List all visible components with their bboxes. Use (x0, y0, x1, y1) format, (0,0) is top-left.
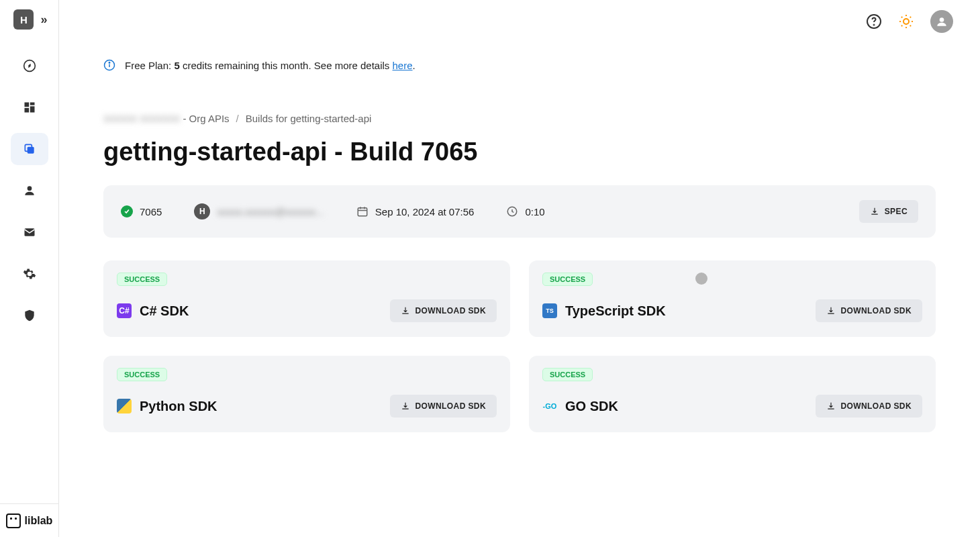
download-icon (401, 306, 410, 315)
crumb-current: Builds for getting-started-api (246, 113, 372, 124)
svg-rect-7 (27, 147, 34, 154)
svg-rect-4 (30, 106, 34, 112)
svg-rect-3 (30, 103, 34, 105)
svg-marker-1 (28, 64, 30, 68)
download-spec-button[interactable]: SPEC (859, 200, 918, 223)
sidebar: H » liblab (0, 0, 59, 537)
sdk-name: GO SDK (565, 399, 618, 414)
svg-point-8 (27, 186, 32, 191)
dot-indicator (695, 273, 707, 285)
build-summary-bar: 7065 H xxxxx.xxxxxx@xxxxxx... Sep 10, 20… (103, 185, 936, 238)
user-menu[interactable] (930, 10, 953, 33)
cs-icon: C# (117, 303, 132, 318)
person-icon (23, 184, 36, 197)
sdk-card: SUCCESS TS TypeScript SDK DOWNLOAD SDK (529, 260, 936, 337)
avatar-icon (935, 15, 948, 28)
crumb-separator: / (236, 113, 239, 124)
sun-icon (898, 13, 914, 30)
svg-point-13 (940, 17, 944, 22)
status-badge: SUCCESS (542, 368, 593, 381)
grid-icon (23, 101, 36, 114)
go-icon: -GO (542, 399, 557, 413)
expand-sidebar-icon[interactable]: » (40, 13, 44, 27)
page-title: getting-started-api - Build 7065 (103, 138, 936, 166)
banner-text: Free Plan: 5 credits remaining this mont… (125, 60, 415, 71)
crumb-org[interactable]: XXXXX XXXXXX - Org APIs (103, 113, 230, 124)
compass-icon (23, 59, 36, 72)
svg-point-16 (109, 62, 110, 64)
sdk-grid: SUCCESS C# C# SDK DOWNLOAD SDK SUCCESS T… (103, 260, 936, 432)
liblab-logo-icon (6, 514, 21, 528)
build-date: Sep 10, 2024 at 07:56 (356, 205, 475, 217)
sdk-card: SUCCESS -GO GO SDK DOWNLOAD SDK (529, 356, 936, 432)
svg-point-11 (874, 25, 875, 26)
help-button[interactable] (866, 13, 882, 30)
download-icon (826, 306, 836, 315)
download-sdk-button[interactable]: DOWNLOAD SDK (816, 395, 922, 418)
info-icon (103, 59, 115, 71)
py-icon (117, 399, 132, 413)
breadcrumb: XXXXX XXXXXX - Org APIs / Builds for get… (103, 113, 936, 124)
plan-banner: Free Plan: 5 credits remaining this mont… (103, 59, 936, 71)
calendar-icon (356, 205, 369, 217)
status-badge: SUCCESS (117, 273, 167, 286)
status-badge: SUCCESS (117, 368, 167, 381)
status-badge: SUCCESS (542, 273, 593, 286)
download-icon (826, 401, 836, 411)
build-number: 7065 (140, 206, 162, 217)
banner-link[interactable]: here (393, 60, 413, 71)
build-duration: 0:10 (506, 205, 544, 217)
nav-settings[interactable] (11, 258, 48, 290)
main-content: Free Plan: 5 credits remaining this mont… (59, 43, 980, 537)
svg-rect-5 (24, 108, 29, 113)
download-icon (401, 401, 410, 411)
nav-users[interactable] (11, 175, 48, 207)
theme-toggle[interactable] (898, 13, 914, 30)
sdk-card: SUCCESS C# C# SDK DOWNLOAD SDK (103, 260, 510, 337)
sdk-name: Python SDK (140, 399, 217, 414)
nav-builds[interactable] (11, 133, 48, 165)
download-icon (870, 207, 879, 216)
nav-dashboard[interactable] (11, 91, 48, 124)
build-status: 7065 (121, 205, 162, 217)
nav-security[interactable] (11, 299, 48, 332)
download-sdk-button[interactable]: DOWNLOAD SDK (390, 299, 497, 322)
nav-explore[interactable] (11, 50, 48, 82)
svg-point-12 (903, 19, 909, 24)
svg-rect-17 (358, 208, 367, 216)
ts-icon: TS (542, 303, 557, 318)
topbar (59, 0, 980, 43)
svg-rect-2 (24, 103, 29, 107)
download-sdk-button[interactable]: DOWNLOAD SDK (816, 299, 922, 322)
sdk-name: C# SDK (140, 303, 189, 319)
liblab-logo-text: liblab (25, 515, 53, 527)
success-check-icon (121, 205, 133, 217)
user-email-blurred: xxxxx.xxxxxx@xxxxxx... (217, 206, 324, 217)
layers-icon (23, 142, 36, 156)
user-initial-badge: H (194, 203, 210, 219)
mail-icon (23, 226, 36, 239)
build-user: H xxxxx.xxxxxx@xxxxxx... (194, 203, 324, 219)
help-icon (866, 13, 882, 30)
download-sdk-button[interactable]: DOWNLOAD SDK (390, 395, 497, 418)
nav-mail[interactable] (11, 216, 48, 248)
gear-icon (23, 267, 36, 281)
sdk-card: SUCCESS Python SDK DOWNLOAD SDK (103, 356, 510, 432)
shield-icon (23, 309, 36, 322)
nav-list (0, 50, 58, 332)
sidebar-footer[interactable]: liblab (0, 503, 58, 537)
clock-icon (506, 205, 518, 217)
sdk-name: TypeScript SDK (565, 303, 666, 319)
sidebar-header: H » (13, 9, 44, 30)
org-badge[interactable]: H (13, 9, 34, 30)
